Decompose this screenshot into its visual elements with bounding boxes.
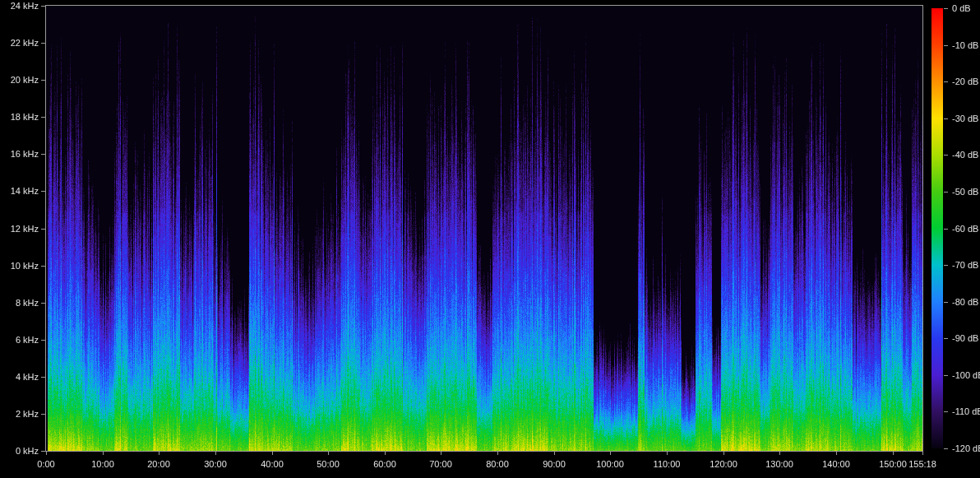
db-tick-label: 0 dB [952,3,971,14]
freq-tick-label: 0 kHz [0,446,39,457]
freq-tick-label: 22 kHz [0,38,39,49]
db-tick-label: -20 dB [952,77,978,87]
time-tick-label: 140:00 [814,459,858,470]
freq-tick-label: 10 kHz [0,261,39,271]
db-tick-label: -50 dB [952,187,978,197]
spectrogram-canvas [0,0,980,478]
time-tick-label: 50:00 [306,459,350,470]
time-tick-label: 70:00 [418,459,463,470]
time-tick-label: 80:00 [475,459,520,470]
freq-tick-label: 14 kHz [0,186,39,197]
time-tick-label: 110:00 [645,459,689,470]
freq-tick-label: 18 kHz [0,112,39,123]
db-tick-label: -100 dB [952,370,980,381]
time-tick-label: 20:00 [136,459,181,470]
freq-tick-label: 24 kHz [0,1,39,12]
time-tick-label: 40:00 [250,459,294,470]
time-tick-label: 130:00 [757,459,802,470]
freq-tick-label: 2 kHz [0,409,39,420]
db-tick-label: -90 dB [952,333,978,344]
time-tick-label: 10:00 [81,459,125,470]
db-tick-label: -40 dB [952,150,978,160]
freq-tick-label: 16 kHz [0,149,39,160]
time-tick-label: 30:00 [193,459,238,470]
freq-tick-label: 12 kHz [0,224,39,234]
db-tick-label: -80 dB [952,297,978,308]
db-tick-label: -10 dB [952,40,978,51]
freq-tick-label: 6 kHz [0,335,39,346]
time-tick-label: 100:00 [588,459,632,470]
freq-tick-label: 20 kHz [0,75,39,86]
db-tick-label: -30 dB [952,114,978,124]
freq-tick-label: 4 kHz [0,372,39,383]
freq-tick-label: 8 kHz [0,298,39,309]
db-tick-label: -60 dB [952,224,978,234]
db-tick-label: -110 dB [952,406,980,417]
spectrogram-view: 24 kHz22 kHz20 kHz18 kHz16 kHz14 kHz12 k… [0,0,980,478]
db-tick-label: -70 dB [952,260,978,271]
time-tick-label: 155:18 [900,459,945,470]
time-tick-label: 60:00 [363,459,407,470]
time-tick-label: 0:00 [24,459,68,470]
time-tick-label: 120:00 [701,459,746,470]
db-tick-label: -120 dB [952,443,980,454]
time-tick-label: 90:00 [532,459,576,470]
